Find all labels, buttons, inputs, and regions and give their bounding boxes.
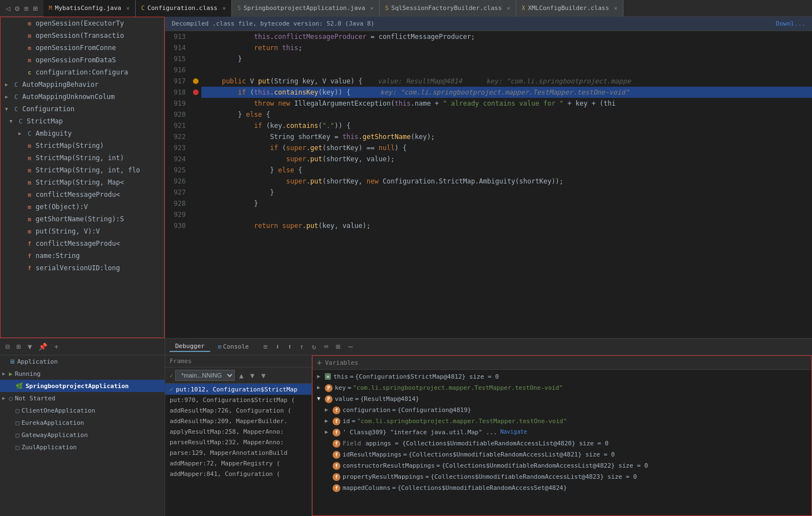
var-collapse-icon[interactable]: ▼ — [317, 395, 325, 401]
tree-item-conflictmsg-method[interactable]: m conflictMessageProdu< — [1, 188, 164, 201]
var-expand-icon[interactable]: ▶ — [325, 429, 333, 435]
var-configuration[interactable]: ▶ f configuration = {Configuration@4819} — [313, 405, 811, 416]
tab-bar-icons: ◁ ⚙ ≡ ⊞ — [0, 4, 43, 13]
step-over-icon[interactable]: ↑ — [298, 341, 306, 352]
app-item-zuul[interactable]: □ ZuulApplication — [0, 441, 165, 453]
code-line-926: super.put(shortKey, new Configuration.St… — [201, 176, 812, 187]
tab-debugger[interactable]: Debugger — [170, 341, 210, 352]
pin-icon[interactable]: 📌 — [36, 341, 49, 352]
step-up-icon[interactable]: ⬆ — [285, 341, 294, 352]
var-prop-result[interactable]: f propertyResultMappings = {Collections$… — [313, 472, 811, 483]
tree-item-strictmap-ctor2[interactable]: m StrictMap(String, int) — [1, 152, 164, 164]
tree-item-conflictmsg-field[interactable]: f conflictMessageProdu< — [1, 237, 164, 250]
tree-item-config-field[interactable]: c configuration:Configura — [1, 66, 164, 78]
hamburger-icon[interactable]: ⊞ — [33, 4, 37, 13]
app-item-springboot[interactable]: 🌿 SpringbootprojectApplication — [0, 380, 165, 392]
layout-debug-icon[interactable]: ≡ — [261, 341, 270, 352]
var-id[interactable]: ▶ f id = "com.li.springbootproject.mappe… — [313, 416, 811, 428]
nav-back-icon[interactable]: ◁ — [6, 4, 10, 13]
eval-icon[interactable]: ⌨ — [322, 341, 331, 352]
settings-icon[interactable]: ⚙ — [14, 4, 19, 13]
var-f-icon: f — [333, 440, 340, 448]
tree-item-opensessiondata[interactable]: m openSessionFromDataS — [1, 54, 164, 66]
settings-icon[interactable]: ⋯ — [346, 341, 355, 352]
var-expand-icon[interactable]: ▶ — [325, 406, 333, 413]
thread-dropdown[interactable]: *main...NNING — [175, 370, 235, 381]
tree-item-opensessionconn[interactable]: m openSessionFromConne — [1, 42, 164, 54]
var-value-row[interactable]: ▼ P value = {ResultMap@4814} — [313, 394, 811, 405]
var-expand-icon[interactable]: ▶ — [317, 373, 325, 379]
thread-up-icon[interactable]: ▲ — [237, 370, 246, 381]
thread-down-icon[interactable]: ▼ — [248, 370, 257, 381]
step-out-icon[interactable]: ↻ — [310, 341, 319, 352]
app-item-eureka[interactable]: □ EurekaApplication — [0, 416, 165, 429]
frame-item-0[interactable]: ✓ put:1012, Configuration$StrictMap — [165, 384, 311, 395]
tab-mybatis[interactable]: M MybatisConfig.java ✕ — [43, 0, 136, 17]
var-ctor-result[interactable]: f constructorResultMappings = {Collectio… — [313, 461, 811, 472]
tree-item-serial-field[interactable]: f serialVersionUID:long — [1, 262, 164, 274]
tree-item-get[interactable]: m get(Object):V — [1, 201, 164, 213]
code-area[interactable]: 913 914 915 916 917 918 919 920 921 922 … — [165, 31, 812, 338]
var-this[interactable]: ▶ = this = {Configuration$StrictMap@4812… — [313, 372, 811, 383]
tree-item-getshortname[interactable]: m getShortName(String):S — [1, 213, 164, 225]
layout-icon[interactable]: ≡ — [24, 4, 28, 13]
tree-item-strictmap[interactable]: ▼ C StrictMap — [1, 115, 164, 127]
tree-item-strictmap-ctor3[interactable]: m StrictMap(String, int, flo — [1, 164, 164, 176]
frame-item-6[interactable]: parse:129, MapperAnnotationBuild — [165, 448, 311, 458]
tree-item-automappingunknown[interactable]: ▶ C AutoMappingUnknownColum — [1, 91, 164, 103]
tree-item-name-field[interactable]: f name:String — [1, 250, 164, 262]
step-down-icon[interactable]: ⬇ — [273, 341, 282, 352]
layout-toggle-icon[interactable]: ⊟ — [3, 341, 12, 352]
tree-item-label: conflictMessageProdu< — [36, 191, 120, 199]
app-item-clientone[interactable]: □ ClientOneApplication — [0, 404, 165, 416]
var-eq: = — [350, 373, 354, 380]
frame-item-3[interactable]: addResultMap:209, MapperBuilder. — [165, 416, 311, 426]
tree-item-ambiguity[interactable]: ▶ C Ambiguity — [1, 127, 164, 140]
frame-item-4[interactable]: applyResultMap:258, MapperAnno: — [165, 426, 311, 437]
tab-springboot-close[interactable]: ✕ — [370, 5, 374, 11]
app-item-notstarted[interactable]: ▶ ○ Not Started — [0, 392, 165, 404]
frame-item-7[interactable]: addMapper:72, MapperRegistry ( — [165, 458, 311, 469]
var-expand-icon[interactable]: ▶ — [317, 384, 325, 390]
filter-icon[interactable]: ▼ — [26, 341, 34, 352]
app-item-label: ZuulApplication — [22, 444, 77, 451]
navigate-link[interactable]: Navigate — [501, 429, 527, 435]
add-icon[interactable]: + — [52, 341, 61, 352]
var-idresult[interactable]: f idResultMappings = {Collections$Unmodi… — [313, 450, 811, 461]
frame-item-5[interactable]: parseResultMap:232, MapperAnno: — [165, 437, 311, 448]
variables-container: + Variables ▶ = this = {Configuration$St… — [312, 355, 812, 516]
view-icon[interactable]: ⊞ — [14, 341, 23, 352]
tab-xmlconfig[interactable]: X XMLConfigBuilder.class ✕ — [516, 0, 623, 17]
tab-configuration[interactable]: C Configuration.class ✕ — [136, 0, 232, 17]
frame-item-1[interactable]: put:970, Configuration$StrictMap ( — [165, 395, 311, 405]
app-item-running[interactable]: ▶ ▶ Running — [0, 368, 165, 380]
tab-sqlsession-close[interactable]: ✕ — [507, 5, 510, 11]
frame-label: addMapper:841, Configuration ( — [170, 470, 280, 478]
tab-configuration-close[interactable]: ✕ — [222, 5, 226, 11]
var-expand-icon[interactable]: ▶ — [325, 418, 333, 424]
tab-springboot[interactable]: S SpringbootprojectApplication.java ✕ — [232, 0, 380, 17]
tab-mybatis-close[interactable]: ✕ — [126, 5, 130, 11]
tab-sqlsession[interactable]: S SqlSessionFactoryBuilder.class ✕ — [380, 0, 517, 17]
app-item-gateway[interactable]: □ GatewayApplication — [0, 429, 165, 441]
tab-xmlconfig-close[interactable]: ✕ — [614, 5, 617, 11]
tree-item-strictmap-ctor1[interactable]: m StrictMap(String) — [1, 140, 164, 152]
tree-item-put[interactable]: m put(String, V):V — [1, 225, 164, 237]
tree-item-opensession2[interactable]: m openSession(Transactio — [1, 29, 164, 42]
var-key[interactable]: ▶ P key = "com.li.springbootproject.mapp… — [313, 383, 811, 394]
var-type-row[interactable]: ▶ f ' Class@309} "interface java.util.Ma… — [313, 428, 811, 439]
variables-add-icon[interactable]: + — [317, 358, 321, 367]
code-line-914: return this; — [201, 42, 812, 53]
frame-item-2[interactable]: addResultMap:726, Configuration ( — [165, 405, 311, 416]
table-icon[interactable]: ⊞ — [334, 341, 343, 352]
download-link[interactable]: Downl... — [776, 20, 805, 27]
tree-item-configuration[interactable]: ▼ C Configuration — [1, 103, 164, 115]
app-item-application[interactable]: 🖥 Application — [0, 355, 165, 368]
tree-item-automapping[interactable]: ▶ C AutoMappingBehavior — [1, 78, 164, 91]
thread-filter-icon[interactable]: ▼ — [259, 370, 268, 381]
tree-item-opensession1[interactable]: m openSession(ExecutorTy — [1, 17, 164, 29]
tab-console[interactable]: ⊞ Console — [212, 342, 254, 351]
var-mapped-cols[interactable]: f mappedColumns = {Collections$Unmodifia… — [313, 483, 811, 494]
tree-item-strictmap-ctor4[interactable]: m StrictMap(String, Map< — [1, 176, 164, 188]
frame-item-8[interactable]: addMapper:841, Configuration ( — [165, 469, 311, 479]
